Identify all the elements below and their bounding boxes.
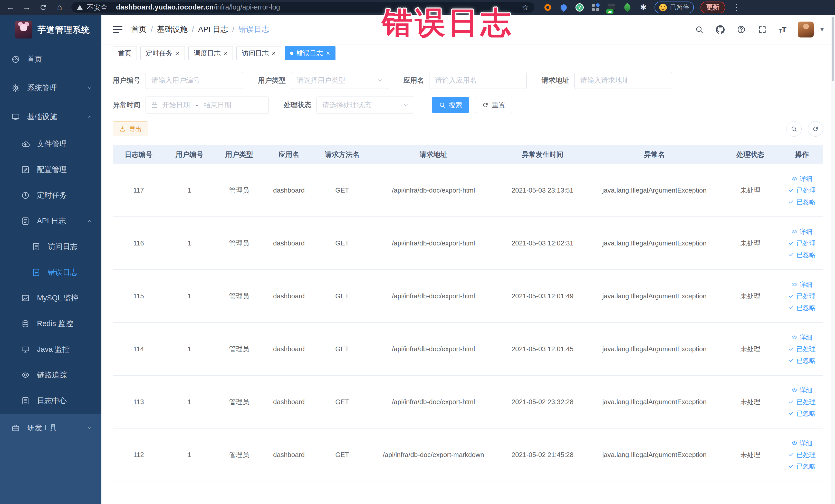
- browser-menu-icon[interactable]: ⋮: [733, 3, 740, 12]
- breadcrumb-home[interactable]: 首页: [131, 24, 147, 35]
- action-detail-link[interactable]: 详细: [791, 175, 812, 183]
- reset-button[interactable]: 重置: [475, 97, 512, 113]
- github-icon[interactable]: [715, 25, 725, 35]
- user-type-select[interactable]: 请选择用户类型: [291, 72, 388, 89]
- action-processed-link[interactable]: 已处理: [788, 345, 815, 353]
- breadcrumb: 首页 / 基础设施 / API 日志 / 错误日志: [131, 24, 269, 35]
- bookmark-star-icon[interactable]: ☆: [522, 3, 529, 12]
- forward-icon[interactable]: →: [22, 3, 31, 12]
- doc-icon: [21, 397, 30, 405]
- home-icon[interactable]: ⌂: [55, 3, 64, 12]
- extensions-puzzle-icon[interactable]: ✱: [639, 3, 648, 12]
- scrollbar-thumb[interactable]: [832, 17, 834, 81]
- action-ignored-link[interactable]: 已忽略: [788, 409, 815, 418]
- sidebar-item-system-management[interactable]: 系统管理: [0, 74, 101, 102]
- cell-operations: 详细已处理已忽略: [780, 322, 823, 375]
- tab-scheduled-tasks[interactable]: 定时任务×: [140, 46, 185, 60]
- sidebar-item-mysql-monitor[interactable]: MySQL 监控: [0, 285, 101, 311]
- paused-extension-pill[interactable]: 已暂停: [655, 2, 694, 13]
- column-header-time: 异常发生时间: [496, 145, 589, 164]
- tab-access-logs[interactable]: 访问日志×: [237, 46, 281, 60]
- action-detail-link[interactable]: 详细: [791, 333, 812, 342]
- sidebar-item-label: Redis 监控: [37, 319, 73, 329]
- cell-log-id: 113: [113, 375, 165, 428]
- extension-icon-switch[interactable]: on: [607, 3, 616, 12]
- action-ignored-link[interactable]: 已忽略: [788, 462, 815, 471]
- action-processed-link[interactable]: 已处理: [788, 292, 815, 300]
- extension-icon-orange[interactable]: [543, 3, 552, 12]
- font-size-icon[interactable]: TT: [778, 25, 787, 34]
- tab-close-icon[interactable]: ×: [271, 50, 276, 57]
- sidebar-item-trace[interactable]: 链路追踪: [0, 362, 101, 388]
- action-ignored-link[interactable]: 已忽略: [788, 356, 815, 365]
- app-name-input[interactable]: [429, 72, 527, 89]
- sidebar-item-file-management[interactable]: 文件管理: [0, 131, 101, 157]
- avatar-caret-icon[interactable]: ▾: [820, 25, 824, 33]
- request-url-input[interactable]: [574, 72, 672, 89]
- cell-user-type: 管理员: [214, 322, 264, 375]
- action-processed-link[interactable]: 已处理: [788, 186, 815, 195]
- column-header-user-type: 用户类型: [214, 145, 264, 164]
- tab-close-icon[interactable]: ×: [326, 50, 330, 57]
- reload-icon[interactable]: [39, 3, 48, 12]
- action-detail-link[interactable]: 详细: [791, 386, 812, 395]
- cell-request-url: /api/infra/db-doc/export-html: [371, 217, 496, 269]
- sidebar-item-error-logs[interactable]: 错误日志: [0, 260, 101, 285]
- action-label: 详细: [799, 227, 812, 236]
- extension-icon-leaf[interactable]: [623, 3, 632, 12]
- sidebar-logo[interactable]: 芋道管理系统: [0, 15, 101, 45]
- back-icon[interactable]: ←: [6, 3, 15, 12]
- sidebar-item-config-management[interactable]: 配置管理: [0, 157, 101, 183]
- sidebar-item-infrastructure[interactable]: 基础设施: [0, 102, 101, 131]
- action-detail-link[interactable]: 详细: [791, 439, 812, 447]
- filter-label-user-type: 用户类型: [258, 76, 286, 85]
- action-ignored-link[interactable]: 已忽略: [788, 250, 815, 259]
- fullscreen-icon[interactable]: [757, 25, 767, 35]
- chart-icon: [21, 294, 30, 302]
- breadcrumb-infrastructure[interactable]: 基础设施: [157, 24, 188, 35]
- sidebar-item-label: 配置管理: [37, 165, 67, 175]
- avatar[interactable]: [798, 22, 814, 38]
- sidebar-item-devtools[interactable]: 研发工具: [0, 414, 101, 442]
- exception-time-range-picker[interactable]: 开始日期 - 结束日期: [145, 97, 269, 114]
- extension-icon-vue-devtools[interactable]: V: [575, 3, 584, 12]
- tab-schedule-logs[interactable]: 调度日志×: [188, 46, 233, 60]
- tab-home[interactable]: 首页: [113, 46, 137, 60]
- sidebar-item-log-center[interactable]: 日志中心: [0, 388, 101, 414]
- help-icon[interactable]: [736, 25, 746, 35]
- browser-update-button[interactable]: 更新: [700, 2, 725, 13]
- action-ignored-link[interactable]: 已忽略: [788, 198, 815, 206]
- action-processed-link[interactable]: 已处理: [788, 398, 815, 406]
- action-processed-link[interactable]: 已处理: [788, 450, 815, 459]
- check-icon: [788, 293, 794, 299]
- sidebar-item-access-logs[interactable]: 访问日志: [0, 234, 101, 260]
- toggle-search-button[interactable]: [786, 121, 802, 137]
- search-button[interactable]: 搜索: [432, 97, 469, 113]
- action-processed-link[interactable]: 已处理: [788, 239, 815, 247]
- process-status-select[interactable]: 请选择处理状态: [317, 97, 414, 114]
- cell-app-name: dashboard: [264, 164, 314, 217]
- action-ignored-link[interactable]: 已忽略: [788, 303, 815, 312]
- user-id-input[interactable]: [145, 72, 243, 89]
- eye-icon: [791, 281, 797, 287]
- sidebar-item-redis-monitor[interactable]: Redis 监控: [0, 311, 101, 337]
- sidebar-item-home[interactable]: 首页: [0, 45, 101, 74]
- paused-label: 已暂停: [670, 3, 689, 12]
- action-detail-link[interactable]: 详细: [791, 227, 812, 236]
- extension-icon-blue-drop[interactable]: [559, 3, 568, 12]
- header-search-icon[interactable]: [694, 25, 704, 35]
- action-detail-link[interactable]: 详细: [791, 280, 812, 289]
- breadcrumb-api-logs[interactable]: API 日志: [198, 24, 228, 35]
- sidebar-item-scheduled-tasks[interactable]: 定时任务: [0, 183, 101, 208]
- collapse-sidebar-icon[interactable]: [113, 26, 122, 33]
- tab-close-icon[interactable]: ×: [176, 50, 179, 57]
- refresh-button[interactable]: [808, 121, 823, 137]
- export-button[interactable]: 导出: [113, 121, 148, 136]
- sidebar-item-java-monitor[interactable]: Java 监控: [0, 337, 101, 362]
- sidebar-item-api-logs[interactable]: API 日志: [0, 208, 101, 234]
- cell-time: 2021-05-03 12:01:49: [496, 269, 589, 322]
- tab-error-logs[interactable]: 错误日志×: [285, 46, 335, 60]
- tab-close-icon[interactable]: ×: [224, 50, 227, 57]
- cell-time: 2021-05-03 12:01:45: [496, 322, 589, 375]
- extension-icon-grid[interactable]: [591, 3, 600, 12]
